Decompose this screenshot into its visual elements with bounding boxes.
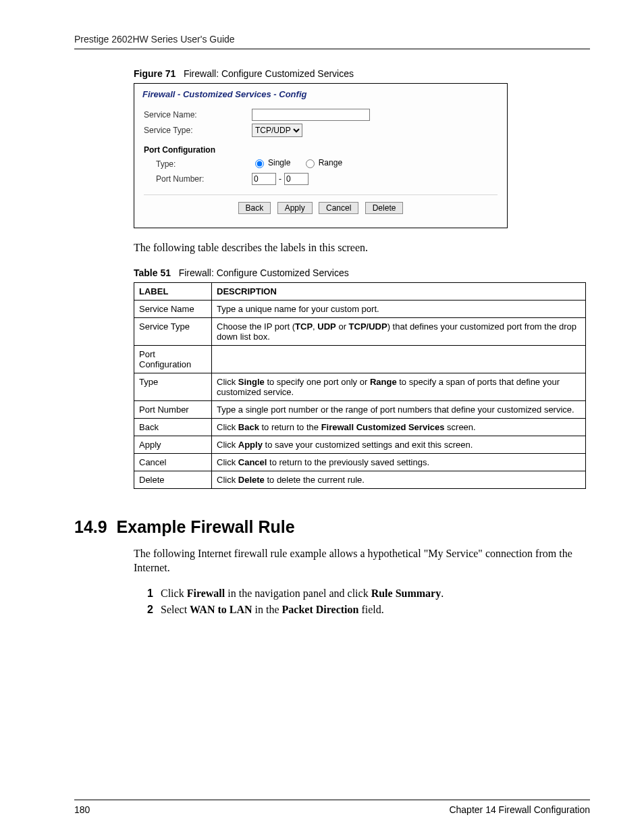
config-screenshot: Firewall - Customized Services - Config … (134, 83, 508, 228)
cell-description: Click Back to return to the Firewall Cus… (212, 418, 586, 436)
radio-range-label: Range (319, 158, 342, 167)
table-row: Port NumberType a single port number or … (134, 400, 586, 418)
port-dash: - (276, 174, 284, 184)
chapter-label: Chapter 14 Firewall Configuration (449, 804, 590, 815)
table-row: CancelClick Cancel to return to the prev… (134, 453, 586, 471)
section-number: 14.9 (74, 517, 107, 536)
cell-label: Delete (134, 471, 212, 488)
cell-description: Choose the IP port (TCP, UDP or TCP/UDP)… (212, 317, 586, 345)
section-heading: 14.9 Example Firewall Rule (74, 517, 590, 537)
cell-label: Apply (134, 436, 212, 453)
cell-label: Cancel (134, 453, 212, 471)
step-text: Select WAN to LAN in the Packet Directio… (161, 604, 384, 616)
step-text: Click Firewall in the navigation panel a… (161, 588, 444, 600)
back-button[interactable]: Back (238, 202, 271, 214)
table-row: TypeClick Single to specify one port onl… (134, 373, 586, 400)
th-label: LABEL (134, 282, 212, 300)
cell-label: Port Number (134, 400, 212, 418)
cell-label: Type (134, 373, 212, 400)
service-type-label: Service Type: (144, 126, 252, 135)
step-item: 1Click Firewall in the navigation panel … (147, 588, 590, 600)
page-footer: 180 Chapter 14 Firewall Configuration (74, 800, 590, 815)
port-from-input[interactable] (252, 173, 276, 185)
figure-caption: Figure 71 Firewall: Configure Customized… (134, 68, 590, 79)
step-number: 1 (147, 588, 157, 600)
description-table: LABEL DESCRIPTION Service NameType a uni… (134, 282, 586, 489)
table-row: Service NameType a unique name for your … (134, 300, 586, 317)
service-name-input[interactable] (252, 109, 370, 121)
figure-title: Firewall: Configure Customized Services (184, 68, 354, 79)
section-intro: The following Internet firewall rule exa… (134, 546, 590, 575)
table-label: Table 51 (134, 267, 171, 278)
service-type-select[interactable]: TCP/UDP (252, 124, 302, 137)
cell-label: Service Type (134, 317, 212, 345)
cell-label: Port Configuration (134, 345, 212, 373)
cell-description: Type a single port number or the range o… (212, 400, 586, 418)
port-to-input[interactable] (284, 173, 308, 185)
table-caption: Table 51 Firewall: Configure Customized … (134, 267, 590, 278)
cell-description: Type a unique name for your custom port. (212, 300, 586, 317)
port-config-heading: Port Configuration (144, 145, 498, 155)
cell-description: Click Single to specify one port only or… (212, 373, 586, 400)
th-description: DESCRIPTION (212, 282, 586, 300)
panel-title: Firewall - Customized Services - Config (134, 84, 507, 103)
cell-label: Back (134, 418, 212, 436)
radio-single-wrap[interactable]: Single (252, 157, 290, 168)
section-title: Example Firewall Rule (117, 517, 295, 536)
table-row: ApplyClick Apply to save your customized… (134, 436, 586, 453)
cancel-button[interactable]: Cancel (319, 202, 358, 214)
cell-description (212, 345, 586, 373)
port-number-label: Port Number: (144, 174, 252, 184)
figure-label: Figure 71 (134, 68, 176, 79)
type-label: Type: (144, 159, 252, 169)
divider (144, 194, 498, 195)
cell-description: Click Delete to delete the current rule. (212, 471, 586, 488)
step-item: 2Select WAN to LAN in the Packet Directi… (147, 604, 590, 616)
table-row: DeleteClick Delete to delete the current… (134, 471, 586, 488)
table-row: Port Configuration (134, 345, 586, 373)
table-row: BackClick Back to return to the Firewall… (134, 418, 586, 436)
intro-paragraph: The following table describes the labels… (134, 240, 590, 255)
radio-range-wrap[interactable]: Range (302, 157, 342, 168)
radio-range[interactable] (306, 159, 315, 168)
delete-button[interactable]: Delete (365, 202, 404, 214)
apply-button[interactable]: Apply (277, 202, 313, 214)
cell-label: Service Name (134, 300, 212, 317)
cell-description: Click Apply to save your customized sett… (212, 436, 586, 453)
radio-single-label: Single (268, 158, 290, 167)
step-number: 2 (147, 604, 157, 616)
table-title: Firewall: Configure Customized Services (179, 267, 349, 278)
running-header: Prestige 2602HW Series User's Guide (74, 34, 590, 49)
cell-description: Click Cancel to return to the previously… (212, 453, 586, 471)
page-number: 180 (74, 804, 90, 815)
radio-single[interactable] (255, 159, 264, 168)
table-row: Service TypeChoose the IP port (TCP, UDP… (134, 317, 586, 345)
service-name-label: Service Name: (144, 110, 252, 120)
